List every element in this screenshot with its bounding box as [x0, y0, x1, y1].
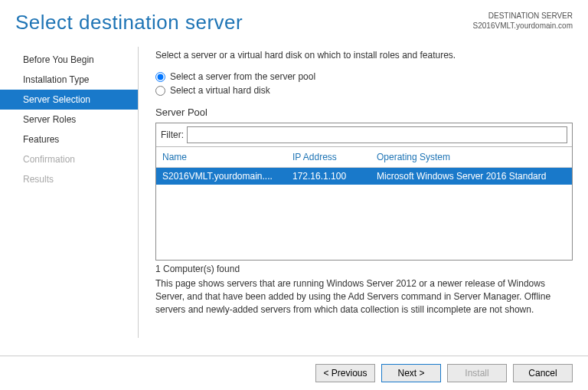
radio-server-pool-input[interactable] — [155, 72, 165, 82]
divider — [138, 47, 139, 338]
server-pool-box: Filter: Name IP Address Operating System… — [155, 123, 573, 261]
column-headers: Name IP Address Operating System — [156, 147, 572, 168]
nav-item-server-roles[interactable]: Server Roles — [0, 110, 138, 129]
install-button: Install — [447, 364, 507, 382]
destination-server-value: S2016VMLT.yourdomain.com — [473, 21, 573, 31]
destination-type-radio-group: Select a server from the server pool Sel… — [155, 71, 573, 96]
computers-found: 1 Computer(s) found — [155, 264, 573, 274]
col-header-os[interactable]: Operating System — [377, 152, 566, 162]
page-title: Select destination server — [15, 11, 243, 34]
destination-server-info: DESTINATION SERVER S2016VMLT.yourdomain.… — [473, 11, 573, 31]
nav-item-server-selection[interactable]: Server Selection — [0, 90, 138, 110]
description-text: This page shows servers that are running… — [155, 277, 573, 316]
nav-item-before-you-begin[interactable]: Before You Begin — [0, 50, 138, 70]
wizard-nav: Before You BeginInstallation TypeServer … — [0, 47, 138, 344]
radio-vhd-label: Select a virtual hard disk — [170, 85, 270, 96]
server-pool-label: Server Pool — [155, 107, 573, 118]
next-button[interactable]: Next > — [381, 364, 441, 382]
cell-os: Microsoft Windows Server 2016 Standard — [377, 171, 566, 182]
radio-vhd-input[interactable] — [155, 86, 165, 96]
filter-input[interactable] — [187, 126, 567, 143]
nav-item-results: Results — [0, 169, 138, 189]
destination-server-label: DESTINATION SERVER — [473, 11, 573, 21]
main-panel: Select a server or a virtual hard disk o… — [142, 47, 588, 344]
filter-row: Filter: — [156, 123, 572, 147]
radio-server-pool-label: Select a server from the server pool — [170, 71, 315, 82]
cancel-button[interactable]: Cancel — [513, 364, 573, 382]
previous-button[interactable]: < Previous — [315, 364, 375, 382]
table-row[interactable]: S2016VMLT.yourdomain....172.16.1.100Micr… — [156, 168, 572, 185]
nav-item-confirmation: Confirmation — [0, 149, 138, 169]
radio-server-pool[interactable]: Select a server from the server pool — [155, 71, 573, 82]
instruction-text: Select a server or a virtual hard disk o… — [155, 50, 573, 61]
server-list[interactable]: S2016VMLT.yourdomain....172.16.1.100Micr… — [156, 168, 572, 260]
col-header-ip[interactable]: IP Address — [292, 152, 377, 162]
cell-name: S2016VMLT.yourdomain.... — [162, 171, 292, 182]
radio-vhd[interactable]: Select a virtual hard disk — [155, 85, 573, 96]
col-header-name[interactable]: Name — [162, 152, 292, 162]
cell-ip: 172.16.1.100 — [292, 171, 377, 182]
wizard-footer: < Previous Next > Install Cancel — [0, 356, 588, 390]
filter-label: Filter: — [161, 129, 184, 140]
nav-item-features[interactable]: Features — [0, 129, 138, 149]
nav-item-installation-type[interactable]: Installation Type — [0, 70, 138, 90]
